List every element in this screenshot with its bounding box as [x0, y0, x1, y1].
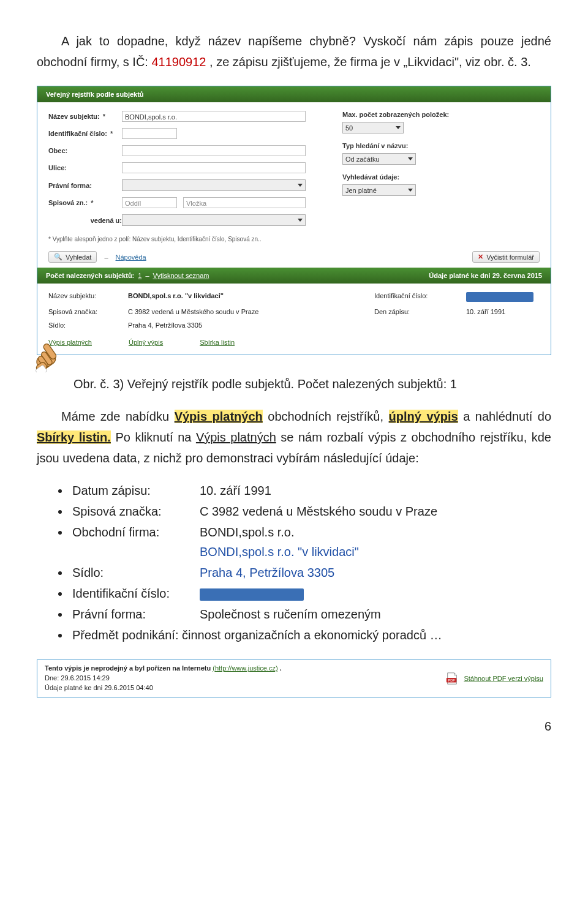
- svg-text:PDF: PDF: [448, 678, 456, 682]
- redacted-block: [200, 588, 304, 601]
- select-max[interactable]: 50: [342, 122, 404, 133]
- res-den-val: 10. září 1991: [466, 308, 540, 315]
- pdf-download-box: Tento výpis je neprodejný a byl pořízen …: [37, 660, 551, 697]
- panel-body: Název subjektu: * BONDI,spol.s r.o. Iden…: [37, 102, 551, 268]
- result-valid-date: Údaje platné ke dni 29. června 2015: [429, 272, 542, 279]
- redacted-block: [466, 292, 533, 302]
- result-detail: Název subjektu: BONDI,spol.s r.o. "v lik…: [37, 284, 551, 339]
- res-sidlo-val: Praha 4, Petržílova 3305: [128, 321, 362, 329]
- res-nazev-lbl: Název subjektu:: [48, 292, 116, 302]
- res-ic-lbl: Identifikační číslo:: [374, 292, 454, 302]
- panel-header: Veřejný rejstřík podle subjektů: [37, 86, 551, 102]
- label-vedena: vedená u:: [48, 217, 122, 224]
- hl-uplny-vypis: úplný výpis: [389, 410, 458, 423]
- label-typ: Typ hledání v názvu:: [342, 142, 540, 149]
- chevron-down-icon: [298, 184, 303, 187]
- search-icon: 🔍: [54, 253, 62, 261]
- input-ic[interactable]: [122, 128, 177, 139]
- label-ulice: Ulice:: [48, 164, 122, 171]
- input-oddil[interactable]: Oddíl: [122, 197, 177, 208]
- print-link[interactable]: Vytisknout seznam: [153, 272, 209, 279]
- chevron-down-icon: [408, 189, 413, 192]
- form-toolbar: 🔍 Vyhledat – Nápověda ✕ Vyčistit formulá…: [48, 249, 540, 263]
- hl-vypis-platnych: Výpis platných: [175, 410, 263, 423]
- pdf-icon: PDF: [445, 672, 459, 685]
- page-number: 6: [37, 720, 551, 734]
- close-icon: ✕: [478, 253, 483, 261]
- res-spis-val: C 3982 vedená u Městského soudu v Praze: [128, 308, 362, 315]
- input-obec[interactable]: [122, 145, 306, 156]
- search-button[interactable]: 🔍 Vyhledat: [48, 251, 97, 263]
- select-vedena-u[interactable]: [122, 214, 306, 226]
- result-count-label: Počet nalezených subjektů:: [46, 272, 134, 279]
- input-ulice[interactable]: [122, 162, 306, 173]
- form-right-column: Max. počet zobrazených položek: 50 Typ h…: [342, 111, 540, 232]
- justice-link[interactable]: (http://www.justice.cz): [213, 664, 277, 672]
- list-item: Sídlo:Praha 4, Petržílova 3305: [70, 563, 551, 582]
- intro-ic: 41190912: [151, 55, 206, 69]
- label-spis: Spisová zn.: *: [48, 199, 122, 206]
- res-ic-val: [466, 292, 540, 302]
- pdf-download-link[interactable]: Stáhnout PDF verzi výpisu: [464, 675, 543, 682]
- chevron-down-icon: [298, 219, 303, 222]
- res-sidlo-lbl: Sídlo:: [48, 321, 116, 329]
- chevron-down-icon: [408, 157, 413, 160]
- select-typ[interactable]: Od začátku: [342, 153, 416, 165]
- middle-paragraph: Máme zde nabídku Výpis platných obchodní…: [37, 406, 551, 468]
- footer-valid: Údaje platné ke dni 29.6.2015 04:40: [45, 683, 282, 693]
- result-bar: Počet nalezených subjektů: 1 – Vytisknou…: [37, 268, 551, 284]
- label-nazev: Název subjektu: *: [48, 113, 122, 120]
- form-note: * Vyplňte alespoň jedno z polí: Název su…: [48, 236, 540, 242]
- select-pravni-forma[interactable]: [122, 179, 306, 191]
- help-link[interactable]: Nápověda: [116, 254, 146, 261]
- label-ic: Identifikační číslo: *: [48, 130, 122, 137]
- res-spis-lbl: Spisová značka:: [48, 308, 116, 315]
- list-item: Právní forma:Společnost s ručením omezen…: [70, 604, 551, 624]
- hl-sbirka-listin: Sbírky listin.: [37, 430, 111, 444]
- label-obec: Obec:: [48, 147, 122, 154]
- input-nazev[interactable]: BONDI,spol.s r.o.: [122, 111, 306, 122]
- registry-panel: Veřejný rejstřík podle subjektů Název su…: [37, 86, 551, 355]
- list-item: Identifikační číslo:: [70, 584, 551, 603]
- footer-date: Dne: 29.6.2015 14:29: [45, 674, 282, 683]
- pointer-hand-icon: [23, 329, 66, 372]
- ul-vypis-platnych: Výpis platných: [196, 430, 276, 444]
- result-count-value: 1: [138, 272, 141, 279]
- list-item: Spisová značka:C 3982 vedená u Městského…: [70, 502, 551, 521]
- label-pravni: Právní forma:: [48, 182, 122, 189]
- select-vyhl[interactable]: Jen platné: [342, 184, 416, 196]
- list-item: Datum zápisu:10. září 1991: [70, 481, 551, 500]
- input-vlozka[interactable]: Vložka: [183, 197, 306, 208]
- chevron-down-icon: [396, 126, 401, 129]
- clear-button[interactable]: ✕ Vyčistit formulář: [472, 251, 540, 263]
- res-nazev-val: BONDI,spol.s r.o. "v likvidaci": [128, 292, 362, 302]
- extract-list: Datum zápisu:10. září 1991 Spisová značk…: [37, 481, 551, 645]
- intro-post: , ze zápisu zjišťujeme, že firma je v „L…: [209, 55, 531, 69]
- label-vyhl: Vyhledávat údaje:: [342, 173, 540, 181]
- res-den-lbl: Den zápisu:: [374, 308, 454, 315]
- list-item: Obchodní firma: BONDI,spol.s r.o. BONDI,…: [70, 522, 551, 562]
- form-left-column: Název subjektu: * BONDI,spol.s r.o. Iden…: [48, 111, 306, 232]
- list-item: Předmět podnikání: činnost organizačních…: [70, 625, 551, 645]
- label-max: Max. počet zobrazených položek:: [342, 111, 540, 118]
- intro-paragraph: A jak to dopadne, když název napíšeme ch…: [37, 31, 551, 72]
